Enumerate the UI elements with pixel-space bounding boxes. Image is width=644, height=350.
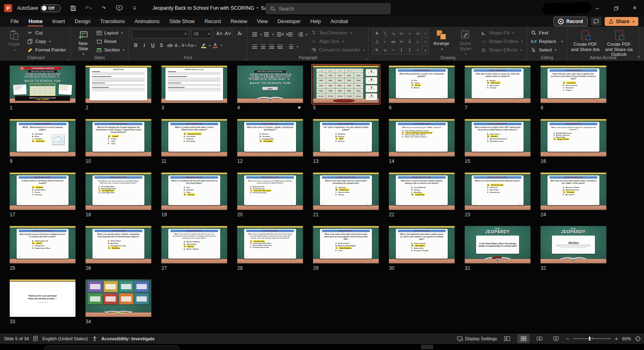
zoom-out-button[interactable]: −	[566, 335, 569, 342]
zoom-slider[interactable]	[573, 338, 611, 339]
select-button[interactable]: Select▾	[530, 46, 563, 54]
customize-quick-access-icon[interactable]	[131, 4, 139, 12]
align-left-icon[interactable]	[251, 43, 258, 51]
tab-design[interactable]: Design	[70, 17, 95, 26]
slide-thumbnail-6[interactable]: SCHOOL SUPPLIES $200 What writing utensi…	[389, 66, 455, 103]
fit-to-window-icon[interactable]	[635, 336, 641, 341]
slide-thumbnail-22[interactable]: AROUND THE SCHOOL $400 What term is used…	[389, 173, 455, 210]
tab-developer[interactable]: Developer	[273, 17, 305, 26]
align-center-icon[interactable]	[259, 43, 267, 51]
shape-fill-button[interactable]: ◣Shape Fill▾	[480, 29, 523, 37]
close-button[interactable]: ×	[625, 0, 644, 16]
paragraph-dialog-launcher[interactable]: ⌟	[366, 56, 367, 60]
slide-thumbnail-14[interactable]: SCHOOL SUBJECTS $800 What does the learn…	[389, 119, 455, 156]
slide-thumbnail-17[interactable]: FAMOUS SCHOOLS $400 In what country is t…	[10, 173, 75, 210]
tab-view[interactable]: View	[252, 17, 273, 26]
slide-thumbnail-1[interactable]: PCUSTOMIZABLE TEMPLATE • MULTIPLE CHOICE…	[10, 66, 75, 103]
accessibility-status[interactable]: Accessibility: Investigate	[101, 336, 155, 341]
slide-thumbnail-13[interactable]: SCHOOL SUBJECTS $600 The "order of opera…	[313, 119, 379, 156]
restore-button[interactable]	[607, 0, 625, 16]
spellcheck-icon[interactable]	[33, 336, 38, 341]
slide-thumbnail-33[interactable]: Thank you for your purchase! Please rate…	[10, 280, 75, 317]
reset-button[interactable]: Reset	[96, 37, 124, 45]
numbering-icon[interactable]	[262, 31, 270, 38]
paste-button[interactable]: Paste▾	[5, 29, 24, 52]
slide-thumbnail-32[interactable]: FINAL JEOPARDY 180 Days	[541, 226, 606, 263]
tab-insert[interactable]: Insert	[47, 17, 70, 26]
tab-slide-show[interactable]: Slide Show	[165, 17, 200, 26]
slide-thumbnail-30[interactable]: SCHOOL SPIRIT $1,000 What is the traditi…	[389, 226, 455, 263]
line-spacing-icon[interactable]: ↕	[294, 31, 304, 38]
quick-styles-button[interactable]: Quick Styles▾	[454, 29, 477, 56]
slide-thumbnail-27[interactable]: SCHOOL SPIRIT $400 What is the term for …	[161, 226, 227, 263]
align-text-button[interactable]: ⊹Align Text▾	[310, 37, 365, 45]
decrease-indent-icon[interactable]: ˂	[274, 31, 284, 38]
slide-thumbnail-34[interactable]: Check out these other listings in my sho…	[86, 280, 151, 317]
bold-icon[interactable]: B	[132, 42, 140, 49]
create-pdf-outlook-button[interactable]: Create PDF and Share via Outlook	[603, 29, 635, 57]
language-indicator[interactable]: English (United States)	[42, 336, 88, 341]
font-color-icon[interactable]: A	[211, 42, 219, 49]
slide-thumbnail-16[interactable]: FAMOUS SCHOOLS $200 What is the famous f…	[541, 119, 606, 156]
slide-thumbnail-12[interactable]: SCHOOL SUBJECTS $400 What is the study o…	[237, 119, 303, 156]
columns-icon[interactable]	[285, 43, 295, 51]
font-size-combo[interactable]: 18▾	[191, 29, 212, 38]
undo-icon[interactable]: ↶▾	[84, 4, 92, 12]
slide-thumbnail-5[interactable]: SCHOOL SUPPLIESSCHOOL SUBJECTSFAMOUS SCH…	[313, 66, 379, 103]
minimize-button[interactable]: –	[588, 0, 607, 16]
slide-thumbnail-2[interactable]: INSTRUCTIONS	[86, 66, 151, 103]
create-pdf-share-link-button[interactable]: Create PDF and Share link	[571, 29, 600, 52]
text-shadow-icon[interactable]: S	[157, 42, 165, 49]
slideshow-view-button[interactable]	[550, 334, 562, 343]
new-slide-button[interactable]: New Slide▾	[74, 29, 92, 56]
autosave-control[interactable]: AutoSave Off	[17, 4, 61, 12]
slide-thumbnail-10[interactable]: SCHOOL SUPPLIES $1,000 What are the hang…	[86, 119, 151, 156]
replace-button[interactable]: b↺ Replace▾	[530, 37, 563, 45]
save-icon[interactable]	[69, 4, 77, 12]
align-right-icon[interactable]	[268, 43, 275, 51]
tab-record[interactable]: Record	[200, 17, 225, 26]
slide-thumbnail-23[interactable]: AROUND THE SCHOOL $600 Where in a school…	[465, 173, 530, 210]
slide-thumbnail-7[interactable]: SCHOOL SUPPLIES $400 What type of paint …	[465, 66, 530, 103]
slide-thumbnail-15[interactable]: SCHOOL SUBJECTS $1,000 What is known as …	[465, 119, 530, 156]
display-settings-button[interactable]: Display Settings	[457, 336, 497, 341]
dictate-button[interactable]: Dictate▾	[642, 29, 644, 50]
arrange-button[interactable]: Arrange▾	[432, 29, 451, 51]
slide-thumbnail-24[interactable]: AROUND THE SCHOOL $800 Who may use see a…	[541, 173, 606, 210]
comments-button[interactable]	[591, 17, 601, 26]
zoom-level[interactable]: 60%	[622, 336, 631, 341]
slide-thumbnail-28[interactable]: SCHOOL SPIRIT $600 What event is typical…	[237, 226, 303, 263]
slide-thumbnail-19[interactable]: FAMOUS SCHOOLS $800 Which is considered …	[161, 173, 227, 210]
change-case-icon[interactable]: Aa▾	[187, 42, 196, 49]
tab-home[interactable]: Home	[24, 17, 47, 26]
slide-thumbnail-8[interactable]: SCHOOL SUPPLIES $600 Paper that has a th…	[541, 66, 606, 103]
slide-thumbnail-18[interactable]: FAMOUS SCHOOLS $600 Troy Bolton, the mai…	[86, 173, 151, 210]
zoom-in-button[interactable]: +	[615, 335, 618, 342]
search-input[interactable]: Search	[266, 3, 391, 14]
record-button[interactable]: Record	[554, 17, 587, 26]
italic-icon[interactable]: I	[140, 42, 148, 49]
underline-icon[interactable]: U	[149, 42, 157, 49]
collapse-ribbon-icon[interactable]: ˅	[638, 55, 640, 59]
share-button[interactable]: Share ▾	[605, 17, 638, 26]
tab-transitions[interactable]: Transitions	[95, 17, 130, 26]
tab-review[interactable]: Review	[225, 17, 252, 26]
slide-thumbnail-25[interactable]: AROUND THE SCHOOL $1,000 Where would you…	[10, 226, 75, 263]
autosave-toggle[interactable]: Off	[41, 4, 61, 12]
slide-thumbnail-20[interactable]: FAMOUS SCHOOLS $1,000 What university is…	[237, 173, 303, 210]
copy-button[interactable]: Copy▾	[27, 37, 66, 45]
tab-file[interactable]: File	[6, 17, 24, 26]
slide-sorter-view-button[interactable]	[517, 334, 530, 343]
slide-thumbnail-9[interactable]: SCHOOL SUPPLIES $800 IMAGE - What learni…	[10, 119, 75, 156]
format-painter-button[interactable]: Format Painter	[27, 46, 66, 54]
shape-gallery[interactable]: A╲↘▭○▭ △⌐ᔓ⇨⇩⌂ ✎∿~{}☆ ˄˅▾	[372, 29, 429, 55]
clear-formatting-icon[interactable]: A̷	[232, 30, 243, 38]
normal-view-button[interactable]	[501, 334, 513, 343]
start-slideshow-icon[interactable]	[115, 4, 123, 12]
slide-thumbnail-11[interactable]: SCHOOL SUBJECTS $200 What is a unique ac…	[161, 119, 227, 156]
tab-animations[interactable]: Animations	[130, 17, 165, 26]
character-spacing-icon[interactable]: A↔V▾	[174, 42, 187, 49]
drawing-dialog-launcher[interactable]: ⌟	[524, 56, 526, 60]
font-name-combo[interactable]: ▾	[132, 29, 189, 38]
cut-button[interactable]: ✂Cut	[27, 29, 66, 37]
